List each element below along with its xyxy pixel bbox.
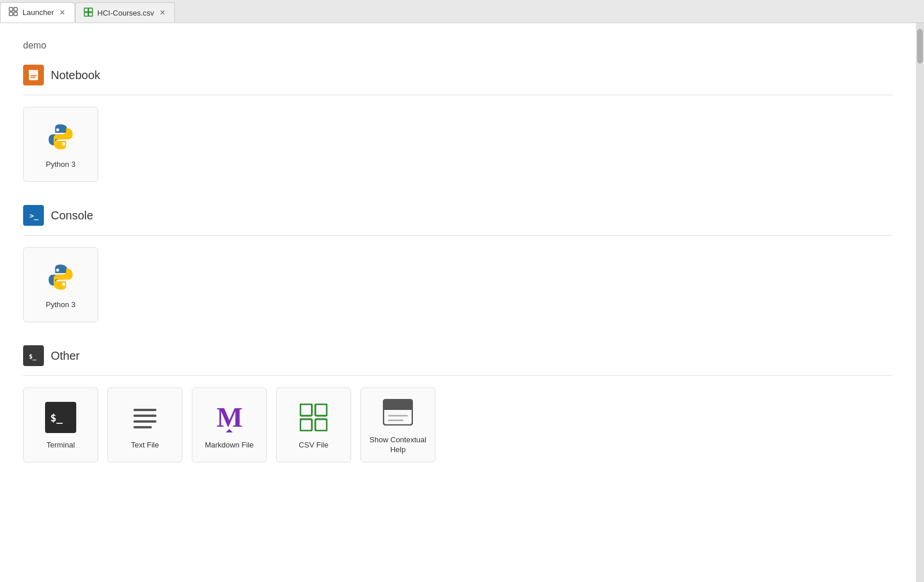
- other-section-icon: $_: [23, 345, 44, 366]
- other-divider: [23, 375, 893, 376]
- show-contextual-help-label: Show Contextual Help: [361, 435, 435, 455]
- main-container: demo Notebook: [0, 23, 924, 582]
- terminal-card-icon: $_: [43, 400, 78, 435]
- python3-notebook-icon: [43, 120, 78, 154]
- svg-rect-31: [300, 419, 312, 431]
- svg-point-17: [56, 268, 59, 271]
- csv-tab-icon: [84, 8, 93, 18]
- csv-file-card[interactable]: CSV File: [276, 387, 351, 462]
- text-file-card[interactable]: Text File: [107, 387, 182, 462]
- python3-console-label: Python 3: [46, 300, 75, 310]
- terminal-card[interactable]: $_ Terminal: [23, 387, 98, 462]
- python3-notebook-label: Python 3: [46, 160, 75, 170]
- svg-text:M: M: [217, 402, 243, 432]
- text-file-icon: [128, 400, 162, 435]
- svg-rect-29: [300, 404, 312, 416]
- markdown-file-card[interactable]: M Markdown File: [192, 387, 267, 462]
- terminal-label: Terminal: [46, 441, 74, 450]
- svg-text:$_: $_: [50, 412, 63, 424]
- svg-text:>_: >_: [29, 211, 39, 221]
- svg-text:$_: $_: [29, 353, 37, 360]
- tab-hci-courses[interactable]: HCI-Courses.csv ×: [75, 2, 176, 23]
- notebook-section-header: Notebook: [23, 65, 893, 85]
- svg-rect-7: [88, 12, 92, 16]
- python3-console-icon: [43, 260, 78, 294]
- svg-point-18: [62, 282, 65, 285]
- notebook-cards: Python 3: [23, 107, 893, 182]
- other-section-header: $_ Other: [23, 345, 893, 366]
- scrollbar-thumb[interactable]: [917, 29, 923, 64]
- markdown-file-label: Markdown File: [205, 441, 254, 450]
- notebook-section-icon: [23, 65, 44, 85]
- scrollbar-track[interactable]: [916, 23, 924, 582]
- svg-rect-32: [315, 419, 327, 431]
- directory-label: demo: [23, 40, 893, 51]
- svg-rect-35: [383, 408, 412, 410]
- svg-rect-0: [9, 8, 13, 11]
- svg-rect-5: [88, 8, 92, 12]
- show-contextual-help-icon: [381, 395, 415, 430]
- console-cards: Python 3: [23, 247, 893, 322]
- content-area: demo Notebook: [0, 23, 916, 582]
- svg-rect-3: [14, 12, 17, 16]
- svg-rect-2: [9, 12, 13, 16]
- tab-bar: Launcher × HCI-Courses.csv ×: [0, 0, 924, 23]
- csv-file-label: CSV File: [299, 441, 328, 450]
- console-section-icon: >_: [23, 205, 44, 226]
- console-divider: [23, 235, 893, 236]
- console-section-header: >_ Console: [23, 205, 893, 226]
- tab-launcher[interactable]: Launcher ×: [0, 2, 75, 23]
- svg-point-13: [56, 128, 59, 131]
- python3-notebook-card[interactable]: Python 3: [23, 107, 98, 182]
- svg-rect-30: [315, 404, 327, 416]
- svg-point-14: [62, 142, 65, 145]
- tab-hci-courses-label: HCI-Courses.csv: [98, 9, 154, 17]
- markdown-file-icon: M: [212, 400, 247, 435]
- csv-file-card-icon: [296, 400, 331, 435]
- other-section-title: Other: [51, 349, 80, 363]
- console-section-title: Console: [51, 209, 93, 222]
- svg-rect-1: [14, 8, 17, 11]
- svg-rect-4: [84, 8, 88, 12]
- svg-rect-10: [29, 70, 33, 74]
- notebook-divider: [23, 95, 893, 95]
- svg-rect-6: [84, 12, 88, 16]
- python3-console-card[interactable]: Python 3: [23, 247, 98, 322]
- notebook-section-title: Notebook: [51, 69, 100, 82]
- tab-launcher-close[interactable]: ×: [58, 8, 66, 18]
- launcher-tab-icon: [9, 7, 18, 18]
- other-cards: $_ Terminal Text File: [23, 387, 893, 462]
- tab-launcher-label: Launcher: [23, 8, 54, 17]
- show-contextual-help-card[interactable]: Show Contextual Help: [360, 387, 435, 462]
- tab-hci-courses-close[interactable]: ×: [159, 8, 166, 18]
- text-file-label: Text File: [131, 441, 159, 450]
